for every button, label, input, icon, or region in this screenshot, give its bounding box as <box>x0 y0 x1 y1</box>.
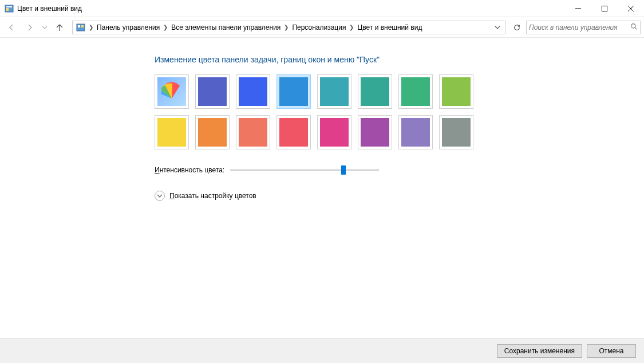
breadcrumb-item[interactable]: Цвет и внешний вид <box>355 23 424 31</box>
swatch-inner <box>442 77 471 106</box>
color-swatch-magenta[interactable] <box>317 115 351 149</box>
svg-point-10 <box>631 23 635 27</box>
svg-rect-4 <box>602 6 607 11</box>
close-button[interactable] <box>618 0 644 17</box>
swatch-inner <box>157 118 186 147</box>
color-swatch-lime[interactable] <box>439 74 473 109</box>
chevron-right-icon[interactable]: ❯ <box>348 24 355 30</box>
breadcrumb-item[interactable]: Все элементы панели управления <box>169 23 283 31</box>
swatch-inner <box>198 77 227 106</box>
forward-button[interactable] <box>22 19 38 35</box>
svg-rect-9 <box>81 25 84 27</box>
swatch-inner <box>442 118 471 147</box>
back-button[interactable] <box>3 19 19 35</box>
swatch-inner <box>157 77 186 106</box>
color-swatch-sea-green[interactable] <box>358 74 392 109</box>
refresh-button[interactable] <box>510 21 524 34</box>
color-swatch-teal[interactable] <box>317 74 351 109</box>
main-content: Изменение цвета панели задачи, границ ок… <box>0 38 644 338</box>
color-swatch-indigo[interactable] <box>195 74 230 109</box>
color-swatch-orange[interactable] <box>195 115 230 149</box>
swatch-inner <box>361 118 389 147</box>
swatch-inner <box>401 118 430 147</box>
swatch-inner <box>239 77 267 106</box>
swatch-inner <box>320 77 349 106</box>
chevron-right-icon[interactable]: ❯ <box>283 24 290 30</box>
address-bar[interactable]: ❯ Панель управления ❯ Все элементы панел… <box>72 21 505 34</box>
cancel-button[interactable]: Отмена <box>587 344 636 358</box>
expand-label: Показать настройку цветов <box>169 192 256 200</box>
swatch-inner <box>401 77 430 106</box>
color-swatch-gray[interactable] <box>439 115 473 149</box>
slider-track <box>230 169 379 171</box>
window-title: Цвет и внешний вид <box>17 5 82 13</box>
svg-rect-8 <box>78 25 80 27</box>
minimize-button[interactable] <box>565 0 591 17</box>
maximize-button[interactable] <box>591 0 618 17</box>
color-swatch-royal-blue[interactable] <box>236 74 270 109</box>
color-swatch-azure[interactable] <box>276 74 311 109</box>
footer: Сохранить изменения Отмена <box>0 338 644 363</box>
color-swatch-emerald[interactable] <box>398 74 433 109</box>
breadcrumb-item[interactable]: Панель управления <box>94 23 162 31</box>
svg-rect-1 <box>6 6 12 7</box>
swatch-inner <box>279 77 308 106</box>
intensity-row: Интенсивность цвета: <box>155 164 644 176</box>
previous-locations-button[interactable] <box>491 21 504 34</box>
search-input[interactable] <box>529 23 630 31</box>
chevron-right-icon[interactable]: ❯ <box>162 24 169 30</box>
chevron-right-icon[interactable]: ❯ <box>88 24 94 30</box>
window-controls <box>565 0 644 17</box>
intensity-slider[interactable] <box>230 164 379 176</box>
swatch-inner <box>361 77 389 106</box>
save-button[interactable]: Сохранить изменения <box>497 344 582 358</box>
recent-locations-button[interactable] <box>40 19 49 35</box>
color-swatch-lavender[interactable] <box>398 115 433 149</box>
swatch-inner <box>279 118 308 147</box>
nav-row: ❯ Панель управления ❯ Все элементы панел… <box>0 17 644 38</box>
search-icon[interactable] <box>630 23 638 32</box>
expand-row[interactable]: Показать настройку цветов <box>155 191 644 201</box>
color-swatch-auto[interactable] <box>155 74 189 109</box>
color-swatches <box>155 74 487 149</box>
slider-thumb[interactable] <box>341 165 346 175</box>
search-box[interactable] <box>526 21 641 34</box>
page-title: Изменение цвета панели задачи, границ ок… <box>155 55 644 64</box>
chevron-down-icon[interactable] <box>155 191 165 201</box>
color-swatch-violet[interactable] <box>358 115 392 149</box>
swatch-inner <box>239 118 267 147</box>
color-swatch-yellow[interactable] <box>155 115 189 149</box>
control-panel-icon <box>76 23 85 32</box>
breadcrumb-item[interactable]: Персонализация <box>290 23 348 31</box>
intensity-label: Интенсивность цвета: <box>155 166 224 174</box>
swatch-inner <box>320 118 349 147</box>
color-swatch-light-coral[interactable] <box>236 115 270 149</box>
up-button[interactable] <box>52 19 68 35</box>
app-icon <box>5 4 14 13</box>
color-swatch-coral[interactable] <box>276 115 311 149</box>
svg-line-11 <box>635 27 637 29</box>
swatch-inner <box>198 118 227 147</box>
svg-rect-2 <box>6 8 9 11</box>
titlebar: Цвет и внешний вид <box>0 0 644 17</box>
